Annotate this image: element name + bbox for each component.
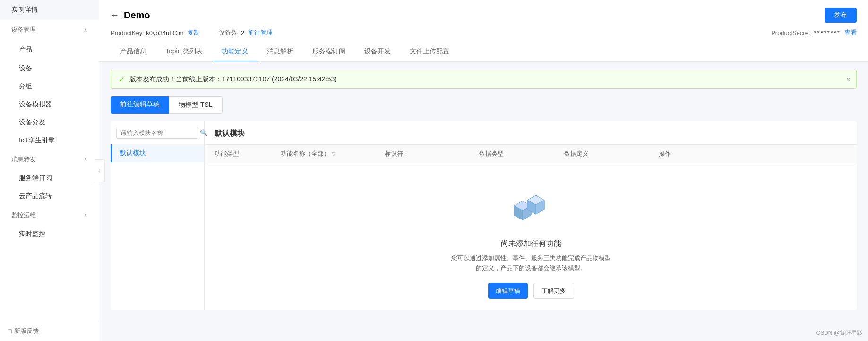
- content-area: ✓ 版本发布成功！当前线上版本：1711093373107 (2024/03/2…: [99, 62, 868, 341]
- section-label: 监控运维: [11, 211, 36, 219]
- sidebar-item-label: 服务端订阅: [19, 174, 52, 182]
- sidebar-item-label: 云产品流转: [19, 192, 52, 200]
- product-secret-label: ProductSecret: [771, 29, 810, 36]
- content-layout: 🔍 默认模块 默认模块 功能类型 功能名称（全部）: [111, 121, 857, 310]
- device-count-value: 2: [241, 29, 244, 36]
- page-title: Demo: [124, 10, 150, 21]
- sidebar-item-realtime-monitor[interactable]: 实时监控: [0, 225, 99, 243]
- tab-function-def[interactable]: 功能定义: [212, 43, 258, 61]
- th-func-type: 功能类型: [215, 149, 281, 158]
- tab-topic-list[interactable]: Topic 类列表: [156, 43, 212, 61]
- table-header: 功能类型 功能名称（全部） ▽ 标识符 ↕ 数据类型 数据定义: [205, 145, 857, 163]
- module-search-input[interactable]: [120, 129, 200, 136]
- module-title: 默认模块: [215, 129, 245, 137]
- sidebar-item-label: 实时监控: [19, 230, 45, 237]
- th-data-def: 数据定义: [564, 149, 659, 158]
- product-key-label: ProductKey: [111, 29, 142, 36]
- th-func-name: 功能名称（全部） ▽: [281, 149, 385, 158]
- success-alert: ✓ 版本发布成功！当前线上版本：1711093373107 (2024/03/2…: [111, 70, 857, 89]
- alert-text: 版本发布成功！当前线上版本：1711093373107 (2024/03/22 …: [129, 75, 337, 84]
- empty-state: 尚未添加任何功能 您可以通过添加属性、事件、服务三类功能完成产品物模型的定义，产…: [205, 163, 857, 308]
- sidebar-item-device[interactable]: 设备: [0, 60, 99, 78]
- sidebar-item-service-subscription[interactable]: 服务端订阅: [0, 169, 99, 187]
- filter-icon[interactable]: ▽: [332, 151, 335, 157]
- tab-service-sub[interactable]: 服务端订阅: [303, 43, 355, 61]
- back-button[interactable]: ←: [111, 10, 119, 20]
- header-top-row: ← Demo 发布: [111, 8, 857, 23]
- sort-icon[interactable]: ↕: [405, 151, 407, 157]
- th-identifier: 标识符 ↕: [385, 149, 479, 158]
- module-item-default[interactable]: 默认模块: [111, 144, 204, 162]
- view-link[interactable]: 查看: [844, 28, 857, 37]
- sidebar-item-product[interactable]: 产品: [0, 40, 99, 60]
- sidebar-item-device-distribution[interactable]: 设备分发: [0, 114, 99, 131]
- sidebar-item-label: 分组: [19, 82, 32, 90]
- sub-tab-tsl-model[interactable]: 物模型 TSL: [169, 96, 223, 114]
- sidebar-item-group[interactable]: 分组: [0, 78, 99, 96]
- right-panel-header: 默认模块: [205, 121, 857, 145]
- empty-state-title: 尚未添加任何功能: [501, 239, 561, 249]
- product-key-item: ProductKey k0yo34u8Cim 复制: [111, 28, 200, 37]
- empty-state-actions: 编辑草稿 了解更多: [488, 283, 574, 299]
- main-header: ← Demo 发布 ProductKey k0yo34u8Cim 复制 设备数 …: [99, 0, 868, 62]
- sidebar-section-message-forward[interactable]: 消息转发 ∧: [0, 149, 99, 169]
- empty-state-icon: [512, 192, 550, 229]
- empty-state-desc: 您可以通过添加属性、事件、服务三类功能完成产品物模型的定义，产品下的设备都会继承…: [451, 254, 611, 273]
- tab-message-parse[interactable]: 消息解析: [258, 43, 303, 61]
- left-panel: 🔍 默认模块: [111, 121, 205, 310]
- learn-more-button[interactable]: 了解更多: [533, 283, 574, 299]
- product-secret-item: ProductSecret ******** 查看: [771, 28, 857, 37]
- right-panel: 默认模块 功能类型 功能名称（全部） ▽ 标识符 ↕: [205, 121, 857, 310]
- sidebar-footer-label: 新版反馈: [14, 327, 39, 335]
- section-label: 消息转发: [11, 155, 36, 164]
- sidebar-item-label: 产品: [19, 45, 32, 54]
- manage-link[interactable]: 前往管理: [248, 28, 273, 37]
- feedback-icon: □: [8, 327, 11, 335]
- chevron-up-icon: ∧: [84, 157, 87, 163]
- sub-tabs: 前往编辑草稿 物模型 TSL: [111, 96, 857, 114]
- module-search-row: 🔍: [116, 127, 198, 139]
- sidebar-item-label: 设备分发: [19, 118, 45, 126]
- alert-close-button[interactable]: ×: [846, 75, 851, 84]
- copy-link[interactable]: 复制: [188, 28, 200, 37]
- sidebar-item-label: 设备模拟器: [19, 100, 52, 108]
- edit-draft-button[interactable]: 编辑草稿: [488, 283, 528, 299]
- tab-file-upload[interactable]: 文件上传配置: [400, 43, 459, 61]
- watermark: CSDN @紫阡星影: [816, 329, 862, 337]
- back-row: ← Demo: [111, 10, 150, 21]
- chevron-up-icon: ∧: [84, 27, 87, 33]
- chevron-up-icon: ∧: [84, 212, 87, 219]
- sidebar-item-label: IoT孪生引擎: [19, 136, 55, 144]
- sidebar-item-label: 设备: [19, 64, 32, 72]
- publish-button[interactable]: 发布: [825, 8, 857, 23]
- tab-product-info[interactable]: 产品信息: [111, 43, 156, 61]
- device-count-item: 设备数 2 前往管理: [219, 28, 273, 37]
- sidebar-collapse-toggle[interactable]: ‹: [94, 159, 105, 182]
- sidebar-footer-feedback[interactable]: □ 新版反馈: [0, 321, 99, 341]
- product-key-value: k0yo34u8Cim: [146, 29, 184, 36]
- main-tabs: 产品信息 Topic 类列表 功能定义 消息解析 服务端订阅 设备开发 文件上传…: [111, 43, 857, 61]
- sidebar-section-device-management[interactable]: 设备管理 ∧: [0, 20, 99, 40]
- section-label: 设备管理: [11, 26, 36, 34]
- th-data-type: 数据类型: [479, 149, 564, 158]
- th-operation: 操作: [659, 149, 847, 158]
- sidebar-item-device-simulator[interactable]: 设备模拟器: [0, 96, 99, 114]
- sidebar-item-label: 实例详情: [11, 6, 38, 14]
- main-content: ← Demo 发布 ProductKey k0yo34u8Cim 复制 设备数 …: [99, 0, 868, 341]
- sidebar-item-cloud-product-flow[interactable]: 云产品流转: [0, 187, 99, 205]
- sidebar-item-iot-lifecycle[interactable]: IoT孪生引擎: [0, 131, 99, 149]
- tab-device-dev[interactable]: 设备开发: [355, 43, 400, 61]
- sidebar-item-instance-detail[interactable]: 实例详情: [0, 0, 99, 20]
- sidebar-section-monitor-ops[interactable]: 监控运维 ∧: [0, 205, 99, 225]
- meta-row: ProductKey k0yo34u8Cim 复制 设备数 2 前往管理 Pro…: [111, 28, 857, 37]
- check-circle-icon: ✓: [119, 75, 125, 84]
- product-secret-value: ********: [814, 29, 841, 36]
- sub-tab-edit-draft[interactable]: 前往编辑草稿: [111, 96, 169, 114]
- device-count-label: 设备数: [219, 28, 237, 37]
